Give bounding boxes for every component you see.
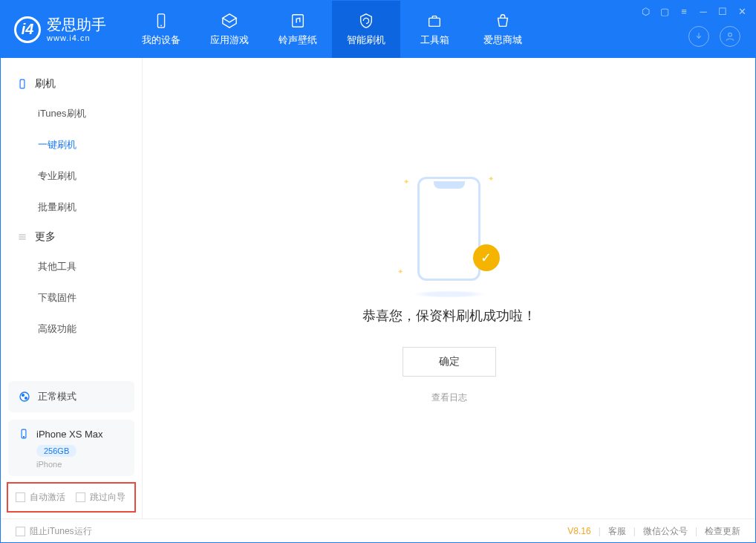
svg-point-1 bbox=[160, 25, 162, 26]
device-storage-badge: 256GB bbox=[36, 445, 76, 457]
sidebar-item-pro-flash[interactable]: 专业刷机 bbox=[1, 160, 142, 192]
logo-icon: i4 bbox=[14, 16, 41, 43]
window-controls: ⬡ ▢ ≡ ─ ☐ ✕ bbox=[639, 5, 748, 17]
footer-link-update[interactable]: 检查更新 bbox=[705, 525, 740, 538]
ok-button[interactable]: 确定 bbox=[403, 347, 496, 377]
success-illustration: ✦✦✦ ✓ bbox=[405, 173, 494, 284]
svg-point-13 bbox=[23, 437, 24, 438]
close-button[interactable]: ✕ bbox=[736, 5, 748, 17]
check-icon: ✓ bbox=[473, 244, 500, 271]
tab-smart-flash[interactable]: 智能刷机 bbox=[332, 1, 400, 58]
mode-card[interactable]: 正常模式 bbox=[8, 381, 134, 412]
sidebar-item-oneclick-flash[interactable]: 一键刷机 bbox=[1, 129, 142, 160]
svg-rect-2 bbox=[293, 14, 304, 27]
checkbox-block-itunes[interactable]: 阻止iTunes运行 bbox=[16, 525, 92, 538]
sidebar-item-download-firmware[interactable]: 下载固件 bbox=[1, 282, 142, 313]
sidebar-item-other-tools[interactable]: 其他工具 bbox=[1, 251, 142, 282]
user-icon[interactable] bbox=[720, 26, 740, 47]
tab-store[interactable]: 爱思商城 bbox=[469, 1, 537, 58]
view-log-link[interactable]: 查看日志 bbox=[431, 391, 467, 404]
sidebar-section-more: 更多 bbox=[1, 223, 142, 251]
tab-my-device[interactable]: 我的设备 bbox=[127, 1, 195, 58]
highlighted-checkbox-row: 自动激活 跳过向导 bbox=[7, 482, 136, 513]
app-header: i4 爱思助手 www.i4.cn 我的设备 应用游戏 铃声壁纸 智能刷机 工具… bbox=[1, 1, 755, 58]
menu-icon[interactable]: ≡ bbox=[678, 5, 690, 17]
footer: 阻止iTunes运行 V8.16 | 客服 | 微信公众号 | 检查更新 bbox=[1, 518, 755, 543]
footer-link-support[interactable]: 客服 bbox=[608, 525, 626, 538]
svg-point-9 bbox=[20, 392, 29, 401]
footer-link-wechat[interactable]: 微信公众号 bbox=[643, 525, 688, 538]
sidebar-item-batch-flash[interactable]: 批量刷机 bbox=[1, 192, 142, 223]
shirt-icon[interactable]: ⬡ bbox=[639, 5, 651, 17]
device-name: iPhone XS Max bbox=[36, 429, 103, 440]
version-label: V8.16 bbox=[567, 526, 590, 536]
sidebar-item-advanced[interactable]: 高级功能 bbox=[1, 313, 142, 345]
tab-toolbox[interactable]: 工具箱 bbox=[400, 1, 469, 58]
device-card[interactable]: iPhone XS Max 256GB iPhone bbox=[8, 420, 134, 476]
app-subtitle: www.i4.cn bbox=[47, 33, 106, 43]
svg-rect-3 bbox=[429, 18, 440, 26]
maximize-button[interactable]: ☐ bbox=[717, 5, 729, 17]
sidebar: 刷机 iTunes刷机 一键刷机 专业刷机 批量刷机 更多 其他工具 下载固件 … bbox=[1, 58, 143, 518]
sidebar-section-flash: 刷机 bbox=[1, 70, 142, 98]
minimize-button[interactable]: ─ bbox=[697, 5, 709, 17]
lock-icon[interactable]: ▢ bbox=[659, 5, 671, 17]
download-icon[interactable] bbox=[688, 26, 709, 47]
checkbox-skip-guide[interactable]: 跳过向导 bbox=[76, 491, 126, 504]
svg-point-4 bbox=[729, 33, 732, 36]
tab-apps-games[interactable]: 应用游戏 bbox=[195, 1, 264, 58]
svg-rect-5 bbox=[20, 79, 25, 88]
tab-ringtones-wallpapers[interactable]: 铃声壁纸 bbox=[264, 1, 332, 58]
sidebar-item-itunes-flash[interactable]: iTunes刷机 bbox=[1, 98, 142, 129]
nav-tabs: 我的设备 应用游戏 铃声壁纸 智能刷机 工具箱 爱思商城 bbox=[127, 1, 537, 58]
main-content: ✦✦✦ ✓ 恭喜您，保资料刷机成功啦！ 确定 查看日志 bbox=[143, 58, 755, 518]
logo-area: i4 爱思助手 www.i4.cn bbox=[1, 1, 120, 58]
app-title: 爱思助手 bbox=[47, 16, 106, 33]
device-type: iPhone bbox=[36, 460, 124, 469]
svg-point-10 bbox=[22, 394, 25, 397]
svg-point-11 bbox=[25, 397, 27, 400]
success-message: 恭喜您，保资料刷机成功啦！ bbox=[362, 307, 536, 325]
checkbox-auto-activate[interactable]: 自动激活 bbox=[16, 491, 65, 504]
